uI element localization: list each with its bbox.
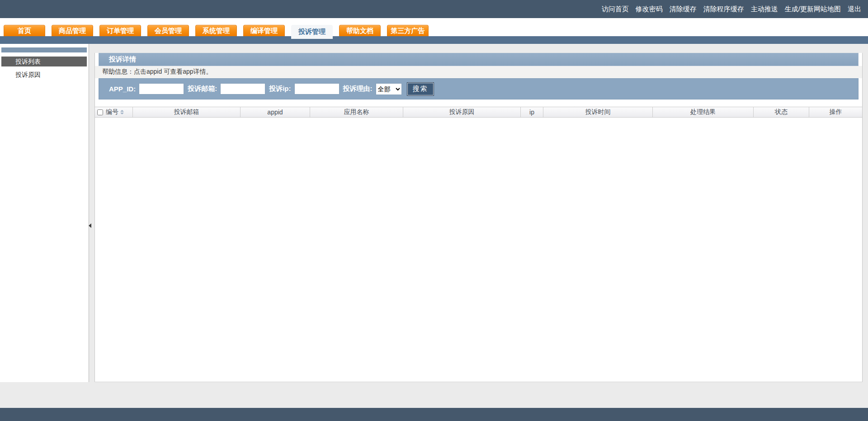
footer-bar [0,408,868,421]
search-button[interactable]: 搜索 [407,83,434,95]
tab-products[interactable]: 商品管理 [52,25,93,36]
main-nav-tabs: 首页 商品管理 订单管理 会员管理 系统管理 编译管理 投诉管理 帮助文档 第三… [0,18,868,36]
table-gap [95,99,862,107]
page-title: 投诉详情 [109,55,136,64]
link-logout[interactable]: 退出 [848,5,861,14]
link-change-password[interactable]: 修改密码 [636,5,663,14]
complaint-ip-label: 投诉ip: [269,85,291,93]
link-visit-home[interactable]: 访问首页 [602,5,629,14]
tab-complaints[interactable]: 投诉管理 [291,25,333,39]
column-status: 状态 [754,107,809,117]
column-complaint-time: 投诉时间 [543,107,653,117]
column-app-name: 应用名称 [310,107,403,117]
app-id-input[interactable] [139,83,184,95]
link-clear-cache[interactable]: 清除缓存 [670,5,697,14]
complaint-email-input[interactable] [220,83,265,95]
collapse-arrow-icon [89,223,91,228]
table-body-empty [95,118,862,382]
app-id-label: APP_ID: [109,85,136,93]
tab-home[interactable]: 首页 [4,25,45,36]
select-all-checkbox[interactable] [97,109,103,115]
link-clear-program-cache[interactable]: 清除程序缓存 [703,5,744,14]
top-bar: 访问首页 修改密码 清除缓存 清除程序缓存 主动推送 生成/更新网站地图 退出 [0,0,868,18]
tab-orders[interactable]: 订单管理 [99,25,141,36]
column-complaint-reason: 投诉原因 [403,107,521,117]
search-bar: APP_ID: 投诉邮箱: 投诉ip: 投诉理由: 全部 搜索 [99,78,859,99]
sort-icon[interactable] [120,110,124,114]
complaint-reason-select[interactable]: 全部 [376,83,402,95]
sidebar: 投诉列表 投诉原因 [0,44,89,382]
complaint-email-label: 投诉邮箱: [188,85,217,93]
page-body: 投诉列表 投诉原因 投诉详情 帮助信息：点击appid 可查看app详情。 AP… [0,44,868,382]
content-panel: 投诉详情 帮助信息：点击appid 可查看app详情。 APP_ID: 投诉邮箱… [94,53,863,382]
column-id: 编号 [95,107,133,117]
tab-compile[interactable]: 编译管理 [243,25,285,36]
link-active-push[interactable]: 主动推送 [751,5,778,14]
tab-help-docs[interactable]: 帮助文档 [339,25,381,36]
sidebar-header-strip [1,47,87,52]
table-header-row: 编号 投诉邮箱 appid 应用名称 投诉原因 ip 投诉时间 处理结果 状态 … [95,107,862,118]
complaint-ip-input[interactable] [294,83,340,95]
link-generate-sitemap[interactable]: 生成/更新网站地图 [785,5,841,14]
sidebar-item-complaint-reason[interactable]: 投诉原因 [1,70,87,80]
tab-members[interactable]: 会员管理 [147,25,189,36]
sidebar-item-complaint-list[interactable]: 投诉列表 [1,57,87,66]
column-handle-result: 处理结果 [653,107,754,117]
help-text: 帮助信息：点击appid 可查看app详情。 [95,66,862,78]
column-id-label: 编号 [106,108,118,116]
panel-title-bar: 投诉详情 [99,53,859,66]
column-complaint-email: 投诉邮箱 [133,107,241,117]
sidebar-collapse-handle[interactable] [87,222,93,230]
tab-system[interactable]: 系统管理 [195,25,237,36]
column-ip: ip [521,107,543,117]
complaint-reason-label: 投诉理由: [343,85,373,93]
toolbar-strip [0,36,868,44]
column-appid: appid [241,107,310,117]
tab-third-party-ads[interactable]: 第三方广告 [387,25,429,36]
column-actions: 操作 [809,107,862,117]
bottom-gap [0,382,868,408]
